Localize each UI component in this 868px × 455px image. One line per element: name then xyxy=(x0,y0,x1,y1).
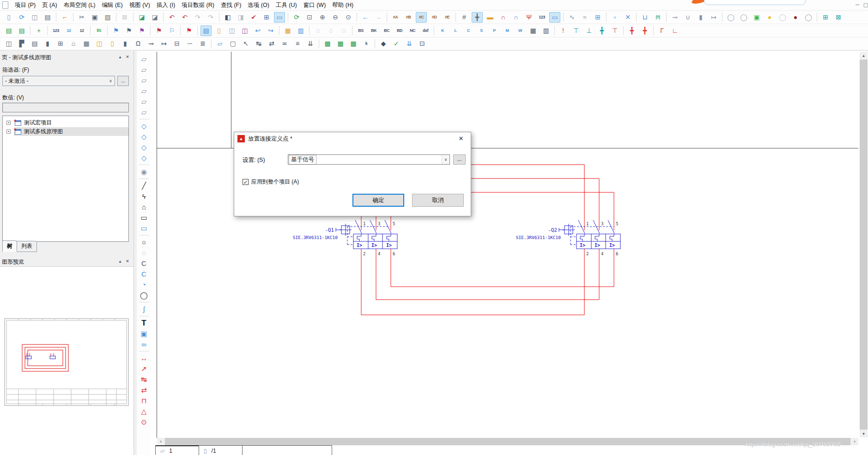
list-view-icon[interactable]: ▤ xyxy=(29,38,40,49)
resistor-icon[interactable]: Ω xyxy=(133,38,144,49)
plc-2-icon[interactable]: ▥ xyxy=(540,25,552,36)
layout-cube-1-icon[interactable]: ▱ xyxy=(138,54,150,64)
arc-3point-icon[interactable]: C xyxy=(138,269,150,279)
menu-insert[interactable]: 插入 (I) xyxy=(153,0,178,10)
navigator-tree-icon[interactable]: ▤ xyxy=(3,25,14,36)
flag-delete-icon[interactable]: ⚑ xyxy=(183,25,194,36)
cut-icon[interactable]: ✂ xyxy=(76,12,87,23)
verify-icon[interactable]: ✓ xyxy=(391,38,402,49)
plugin-icon[interactable]: + xyxy=(33,25,44,36)
grid-e-icon[interactable]: #E xyxy=(442,12,453,23)
home-icon[interactable]: ⌂ xyxy=(68,38,79,49)
connection-arrow-icon[interactable]: ↗ xyxy=(138,363,150,374)
menu-layout-space[interactable]: 布局空间 (L) xyxy=(61,0,99,10)
diamond-icon[interactable]: ◆ xyxy=(378,38,389,49)
graphical-preview[interactable] xyxy=(0,266,134,455)
window-tile-icon[interactable]: ◫ xyxy=(3,38,14,49)
paste-icon[interactable]: ▧ xyxy=(102,12,113,23)
menu-view[interactable]: 视图 (V) xyxy=(126,0,153,10)
device-s-icon[interactable]: S xyxy=(476,25,487,36)
circle-nodes-icon[interactable]: ◌ xyxy=(138,247,150,258)
parts-selection-icon[interactable]: ⊔ xyxy=(639,12,650,23)
angle-icon[interactable]: ∟ xyxy=(669,25,680,36)
page-new-icon[interactable]: ▯ xyxy=(213,25,225,36)
import-down-icon[interactable]: ⇊ xyxy=(404,38,415,49)
view-cube-2-icon[interactable]: ◇ xyxy=(138,131,150,142)
panel-icon[interactable]: ▮ xyxy=(42,38,53,49)
potential-cross-icon[interactable]: ╋ xyxy=(596,25,607,36)
checkbox-checked-icon[interactable]: ✓ xyxy=(243,179,249,185)
layout-space-icon[interactable]: ◫ xyxy=(94,38,105,49)
terminal-strip-2-icon[interactable]: ◌ xyxy=(325,25,336,36)
tab-tree[interactable]: 树 xyxy=(2,240,17,252)
value-123-icon[interactable]: 123 xyxy=(536,12,547,23)
device-q1[interactable]: -Q1 SIE.3RV6311-1KC10 I> I> I> 1 3 5 2 4… xyxy=(293,220,397,256)
zoom-out-icon[interactable]: ⊖ xyxy=(330,12,341,23)
restore-button[interactable]: ▢ xyxy=(862,2,868,8)
copy-icon[interactable]: ▣ xyxy=(89,12,100,23)
zoom-in-icon[interactable]: ⊕ xyxy=(317,12,328,23)
magnet-move-icon[interactable]: ∩ xyxy=(510,12,522,23)
line-icon[interactable]: ╱ xyxy=(138,180,150,191)
scroll-right-icon[interactable]: › xyxy=(851,438,858,445)
black-box-s-icon[interactable]: BS xyxy=(355,25,366,36)
arc-icon[interactable]: C xyxy=(138,258,150,269)
cancel-button[interactable]: 取消 xyxy=(412,194,464,207)
status-white-icon[interactable]: ◯ xyxy=(777,12,788,23)
layout-cube-5-icon[interactable]: ▱ xyxy=(138,96,150,107)
scroll-left-icon[interactable]: ‹ xyxy=(157,438,164,445)
chevron-down-icon[interactable]: ∨ xyxy=(107,79,115,83)
grid-a-icon[interactable]: #A xyxy=(390,12,401,23)
terminal-numbering-icon[interactable]: 12 xyxy=(63,25,74,36)
polygon-icon[interactable]: ⌂ xyxy=(138,202,150,212)
select-icon[interactable]: ↖ xyxy=(240,38,251,49)
status-yellow-icon[interactable]: ● xyxy=(764,12,775,23)
connection-point-icon[interactable]: ╋ xyxy=(626,25,637,36)
vertical-scrollbar[interactable]: ▴ ▾ xyxy=(860,52,868,437)
settings-combobox[interactable]: 基于信号 ∨ xyxy=(288,154,450,165)
grid-c-icon[interactable]: #C xyxy=(416,12,427,23)
line-style-icon[interactable]: ─ xyxy=(184,38,195,49)
macro-box-icon[interactable]: ▱ xyxy=(214,38,225,49)
device-l-icon[interactable]: L xyxy=(450,25,461,36)
sector-icon[interactable]: ◔ xyxy=(138,279,150,290)
view-cube-1-icon[interactable]: ◇ xyxy=(138,121,150,131)
grid-toggle-icon[interactable]: # xyxy=(459,12,470,23)
block-connector-icon[interactable]: ▮ xyxy=(695,12,706,23)
signal-wave-icon[interactable]: ∿ xyxy=(566,12,577,23)
pin-panel-icon[interactable]: ▴ xyxy=(117,54,123,60)
menu-help[interactable]: 帮助 (H) xyxy=(329,0,357,10)
snap-to-grid-icon[interactable]: ╋ xyxy=(472,12,483,23)
view-cube-3-icon[interactable]: ◇ xyxy=(138,142,150,153)
connection-point-2-icon[interactable]: ╋ xyxy=(639,25,650,36)
pin-panel-icon[interactable]: ▴ xyxy=(117,258,123,264)
junction-icon[interactable]: ✕ xyxy=(622,12,633,23)
scroll-up-icon[interactable]: ▴ xyxy=(860,52,868,59)
new-layout-icon[interactable]: ▯ xyxy=(107,38,118,49)
text-icon[interactable]: T xyxy=(138,318,150,328)
rectangle-nodes-icon[interactable]: ▭ xyxy=(138,223,150,234)
connection-target-icon[interactable]: ⊙ xyxy=(138,417,150,427)
graphical-preview-icon[interactable]: ▭ xyxy=(274,12,285,23)
black-box-c-icon[interactable]: BC xyxy=(381,25,392,36)
nc-contact-icon[interactable]: NC xyxy=(407,25,418,36)
align-icon[interactable]: ≍ xyxy=(279,38,290,49)
window-cascade-icon[interactable]: ▛ xyxy=(16,38,27,49)
layout-space-tab[interactable]: ▱ 1 xyxy=(155,445,199,455)
settings-wrench-icon[interactable]: ⌐ xyxy=(59,12,70,23)
search-box[interactable] xyxy=(704,0,806,5)
scrollbar-thumb[interactable] xyxy=(860,60,868,430)
status-darkred-icon[interactable]: ● xyxy=(790,12,801,23)
tree-item-macro-project[interactable]: + 测试宏项目 xyxy=(3,118,128,127)
open-project-icon[interactable]: ⟳ xyxy=(16,12,27,23)
filter-combobox[interactable]: - 未激活 - ∨ xyxy=(2,76,115,86)
menu-project[interactable]: 项目 (P) xyxy=(12,0,39,10)
redo-icon[interactable]: ↷ xyxy=(192,12,203,23)
menu-window[interactable]: 窗口 (W) xyxy=(300,0,329,10)
map-connector-icon[interactable]: ↦ xyxy=(708,12,719,23)
rectangle-icon[interactable]: ▭ xyxy=(138,212,150,223)
black-box-d-icon[interactable]: BD xyxy=(394,25,405,36)
sort-icon[interactable]: ⇊ xyxy=(305,38,316,49)
terminal-symbol-icon[interactable]: ⊸ xyxy=(146,38,157,49)
potential-bottom-icon[interactable]: ⊥ xyxy=(583,25,595,36)
